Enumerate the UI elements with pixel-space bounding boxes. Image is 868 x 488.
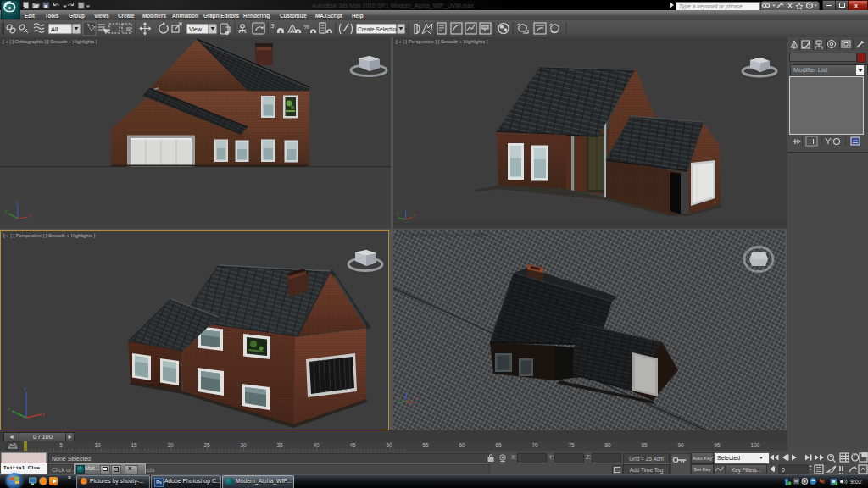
svg-text:20: 20 (167, 442, 174, 448)
svg-text:35: 35 (276, 442, 283, 448)
svg-text:y: y (397, 212, 399, 216)
svg-text:40: 40 (313, 442, 320, 448)
svg-text:%: % (303, 23, 309, 30)
svg-text:0: 0 (782, 467, 785, 473)
svg-text:95: 95 (714, 442, 721, 448)
svg-text:x: x (42, 412, 45, 417)
svg-text:65: 65 (495, 442, 502, 448)
svg-text:25: 25 (203, 442, 210, 448)
svg-text:30: 30 (240, 442, 247, 448)
svg-text:80: 80 (604, 442, 611, 448)
svg-text:All: All (51, 25, 58, 33)
svg-text:y: y (8, 406, 10, 411)
svg-text:70: 70 (531, 442, 538, 448)
svg-text:60: 60 (459, 442, 465, 448)
svg-text:15: 15 (131, 442, 137, 448)
svg-text:x: x (414, 213, 416, 217)
svg-text:View: View (189, 26, 203, 32)
svg-text:45: 45 (349, 442, 356, 448)
svg-text:5: 5 (59, 442, 63, 448)
svg-text:10: 10 (94, 442, 101, 448)
svg-text:55: 55 (422, 442, 429, 448)
svg-text:90: 90 (677, 442, 684, 448)
svg-text:50: 50 (386, 442, 392, 448)
svg-text:3: 3 (270, 22, 275, 30)
svg-text:75: 75 (568, 442, 575, 448)
svg-text:100: 100 (751, 442, 760, 448)
svg-text:z: z (24, 386, 26, 391)
svg-text:85: 85 (641, 442, 648, 448)
